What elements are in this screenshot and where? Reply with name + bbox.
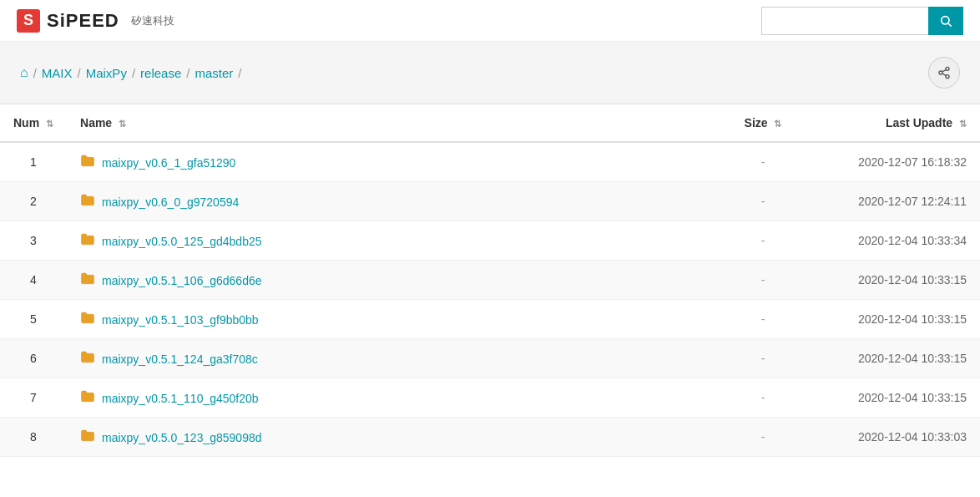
breadcrumb-maix[interactable]: MAIX	[42, 66, 73, 80]
cell-name: maixpy_v0.6_0_g9720594	[67, 182, 713, 221]
breadcrumb-bar: ⌂ / MAIX / MaixPy / release / master /	[0, 42, 980, 104]
breadcrumb-master[interactable]: master	[194, 66, 233, 80]
svg-point-3	[939, 71, 942, 74]
file-link[interactable]: maixpy_v0.5.0_123_g859098d	[102, 431, 262, 444]
cell-num: 2	[0, 182, 67, 221]
table-row: 7 maixpy_v0.5.1_110_g450f20b-2020-12-04 …	[0, 378, 980, 418]
cell-num: 5	[0, 300, 67, 339]
col-name[interactable]: Name ⇅	[67, 104, 713, 142]
logo-s-icon: S	[17, 9, 40, 33]
table-row: 6 maixpy_v0.5.1_124_ga3f708c-2020-12-04 …	[0, 339, 980, 378]
logo-area: S SiPEED 矽速科技	[17, 9, 174, 33]
file-link[interactable]: maixpy_v0.6_1_gfa51290	[102, 156, 235, 170]
cell-num: 8	[0, 418, 67, 457]
cell-date: 2020-12-04 10:33:15	[813, 300, 980, 339]
table-row: 4 maixpy_v0.5.1_106_g6d66d6e-2020-12-04 …	[0, 261, 980, 300]
cell-num: 6	[0, 339, 67, 378]
file-link[interactable]: maixpy_v0.5.1_106_g6d66d6e	[102, 274, 262, 287]
breadcrumb: ⌂ / MAIX / MaixPy / release / master /	[20, 65, 241, 80]
svg-line-1	[948, 23, 952, 27]
sort-date-icon: ⇅	[959, 119, 967, 129]
share-icon	[937, 66, 951, 79]
cell-size: -	[713, 300, 813, 339]
cell-date: 2020-12-04 10:33:34	[813, 221, 980, 261]
cell-date: 2020-12-04 10:33:15	[813, 339, 980, 378]
cell-size: -	[713, 339, 813, 378]
svg-point-4	[946, 75, 949, 79]
folder-icon	[80, 389, 95, 406]
search-area	[761, 7, 963, 35]
file-link[interactable]: maixpy_v0.5.1_103_gf9bb0bb	[102, 313, 259, 327]
logo-cn: 矽速科技	[131, 13, 174, 28]
cell-num: 1	[0, 142, 67, 182]
home-icon[interactable]: ⌂	[20, 65, 28, 80]
file-table: Num ⇅ Name ⇅ Size ⇅ Last Upadte ⇅ 1	[0, 104, 980, 457]
svg-line-5	[942, 74, 947, 76]
folder-icon	[80, 311, 95, 327]
folder-svg	[80, 389, 95, 403]
search-icon	[939, 14, 952, 28]
cell-date: 2020-12-07 12:24:11	[813, 182, 980, 221]
table-row: 8 maixpy_v0.5.0_123_g859098d-2020-12-04 …	[0, 418, 980, 457]
sep-5: /	[238, 66, 241, 80]
table-row: 5 maixpy_v0.5.1_103_gf9bb0bb-2020-12-04 …	[0, 300, 980, 339]
folder-icon	[80, 154, 95, 170]
search-button[interactable]	[928, 7, 963, 35]
header: S SiPEED 矽速科技	[0, 0, 980, 42]
cell-date: 2020-12-07 16:18:32	[813, 142, 980, 182]
cell-num: 4	[0, 261, 67, 300]
svg-point-2	[946, 67, 949, 70]
sep-2: /	[78, 66, 81, 80]
share-button[interactable]	[928, 57, 960, 89]
table-body: 1 maixpy_v0.6_1_gfa51290-2020-12-07 16:1…	[0, 142, 980, 457]
cell-name: maixpy_v0.5.1_103_gf9bb0bb	[67, 300, 713, 339]
cell-size: -	[713, 142, 813, 182]
folder-svg	[80, 350, 95, 363]
cell-name: maixpy_v0.5.1_110_g450f20b	[67, 378, 713, 418]
svg-line-6	[942, 69, 947, 72]
file-link[interactable]: maixpy_v0.5.1_124_ga3f708c	[102, 352, 258, 366]
cell-num: 3	[0, 221, 67, 261]
cell-date: 2020-12-04 10:33:15	[813, 261, 980, 300]
cell-size: -	[713, 221, 813, 261]
cell-name: maixpy_v0.5.0_125_gd4bdb25	[67, 221, 713, 261]
file-table-container: Num ⇅ Name ⇅ Size ⇅ Last Upadte ⇅ 1	[0, 104, 980, 457]
file-link[interactable]: maixpy_v0.6_0_g9720594	[102, 195, 239, 209]
svg-point-0	[942, 16, 949, 23]
col-num[interactable]: Num ⇅	[0, 104, 67, 142]
cell-name: maixpy_v0.6_1_gfa51290	[67, 142, 713, 182]
folder-icon	[80, 193, 95, 210]
cell-name: maixpy_v0.5.1_124_ga3f708c	[67, 339, 713, 378]
folder-icon	[80, 271, 95, 288]
cell-num: 7	[0, 378, 67, 418]
file-link[interactable]: maixpy_v0.5.1_110_g450f20b	[102, 392, 259, 405]
folder-svg	[80, 429, 95, 442]
sort-name-icon: ⇅	[119, 119, 126, 129]
logo-sipeed: SiPEED	[47, 10, 119, 32]
col-size[interactable]: Size ⇅	[713, 104, 813, 142]
cell-name: maixpy_v0.5.0_123_g859098d	[67, 418, 713, 457]
cell-date: 2020-12-04 10:33:15	[813, 378, 980, 418]
table-row: 1 maixpy_v0.6_1_gfa51290-2020-12-07 16:1…	[0, 142, 980, 182]
folder-icon	[80, 232, 95, 249]
folder-svg	[80, 311, 95, 324]
folder-svg	[80, 154, 95, 167]
folder-icon	[80, 350, 95, 367]
sort-num-icon: ⇅	[46, 119, 53, 129]
table-row: 3 maixpy_v0.5.0_125_gd4bdb25-2020-12-04 …	[0, 221, 980, 261]
folder-icon	[80, 429, 95, 445]
folder-svg	[80, 271, 95, 285]
search-input[interactable]	[761, 7, 928, 35]
file-link[interactable]: maixpy_v0.5.0_125_gd4bdb25	[102, 235, 262, 248]
col-date[interactable]: Last Upadte ⇅	[813, 104, 980, 142]
sep-1: /	[33, 66, 37, 80]
cell-name: maixpy_v0.5.1_106_g6d66d6e	[67, 261, 713, 300]
breadcrumb-release[interactable]: release	[140, 66, 181, 80]
folder-svg	[80, 232, 95, 246]
cell-size: -	[713, 182, 813, 221]
sort-size-icon: ⇅	[774, 119, 781, 129]
cell-size: -	[713, 418, 813, 457]
table-header: Num ⇅ Name ⇅ Size ⇅ Last Upadte ⇅	[0, 104, 980, 142]
cell-size: -	[713, 261, 813, 300]
breadcrumb-maixpy[interactable]: MaixPy	[86, 66, 127, 80]
